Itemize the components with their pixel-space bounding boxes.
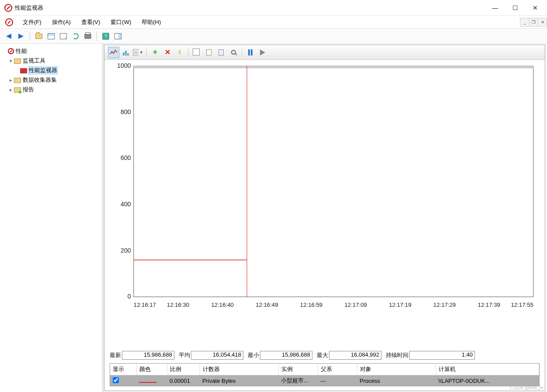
print-button[interactable] (83, 31, 93, 42)
legend-header-parent[interactable]: 父系 (318, 364, 357, 375)
legend-header-computer[interactable]: 计算机 (436, 364, 539, 375)
tree-label: 数据收集器集 (22, 76, 58, 84)
performance-chart: 0200400600800100012:16:1712:16:3012:16:4… (111, 63, 538, 310)
view-report-button[interactable]: ▼ (132, 47, 144, 58)
svg-text:12:16:40: 12:16:40 (211, 302, 233, 308)
action-pane-button[interactable] (113, 31, 123, 42)
tree-performance-monitor[interactable]: 性能监视器 (2, 66, 101, 75)
legend-header-counter[interactable]: 计数器 (200, 364, 278, 375)
legend-table: 显示 颜色 比例 计数器 实例 父系 对象 计算机 0.00001 (110, 364, 539, 386)
svg-text:12:16:49: 12:16:49 (256, 302, 278, 308)
close-button[interactable]: ✕ (525, 1, 545, 15)
freeze-button[interactable] (245, 47, 256, 58)
update-button[interactable] (257, 47, 268, 58)
legend-row[interactable]: 0.00001 Private Bytes 小型超市... --- Proces… (110, 375, 539, 386)
menu-bar: 文件(F) 操作(A) 查看(V) 窗口(W) 帮助(H) _ ❐ ✕ (0, 16, 547, 29)
menu-file[interactable]: 文件(F) (17, 17, 47, 28)
mdi-close-button[interactable]: ✕ (538, 18, 547, 26)
legend-header-object[interactable]: 对象 (357, 364, 436, 375)
separator (242, 48, 242, 57)
export-button[interactable] (58, 31, 69, 42)
tree-data-collector-sets[interactable]: ▸ 数据收集器集 (2, 75, 101, 85)
svg-text:0: 0 (128, 293, 131, 300)
pause-icon (248, 49, 253, 56)
stat-latest-label: 最新 (110, 351, 121, 359)
title-bar: 性能监视器 — ☐ ✕ (0, 0, 547, 16)
svg-text:12:17:55: 12:17:55 (511, 302, 533, 308)
expander-icon[interactable]: ▸ (8, 87, 14, 93)
pencil-icon: ✎ (176, 48, 183, 56)
mdi-minimize-button[interactable]: _ (520, 18, 529, 26)
legend-header-scale[interactable]: 比例 (167, 364, 200, 375)
legend-header-instance[interactable]: 实例 (278, 364, 318, 375)
tree-root-performance[interactable]: 性能 (2, 46, 101, 56)
play-icon (260, 49, 265, 56)
svg-text:12:17:09: 12:17:09 (344, 302, 367, 308)
folder-icon (14, 78, 21, 83)
svg-text:200: 200 (121, 247, 131, 254)
svg-rect-1 (125, 51, 127, 56)
menu-help[interactable]: 帮助(H) (136, 17, 166, 28)
monitor-icon (20, 68, 27, 73)
open-button[interactable] (34, 31, 44, 42)
maximize-button[interactable]: ☐ (505, 1, 525, 15)
refresh-button[interactable] (70, 31, 81, 42)
stat-avg-value: 16,054,418 (191, 351, 243, 360)
view-line-button[interactable] (108, 47, 119, 58)
legend-header-show[interactable]: 显示 (110, 364, 136, 375)
copy-button[interactable] (191, 47, 202, 58)
legend-cell-counter: Private Bytes (200, 375, 278, 386)
svg-rect-7 (134, 66, 533, 297)
back-button[interactable] (3, 31, 14, 42)
forward-button[interactable] (16, 31, 26, 42)
tree-label: 报告 (22, 85, 35, 94)
legend-header-row: 显示 颜色 比例 计数器 实例 父系 对象 计算机 (110, 364, 539, 375)
properties-button[interactable] (46, 31, 56, 42)
delete-counter-button[interactable]: ✕ (162, 47, 173, 58)
svg-text:12:17:19: 12:17:19 (389, 302, 411, 308)
print-icon (84, 34, 91, 39)
menu-action[interactable]: 操作(A) (47, 17, 76, 28)
copy-icon (194, 49, 200, 56)
report-icon (133, 49, 139, 56)
stat-max-value: 16,084,992 (329, 351, 381, 360)
content-area: 性能 ▾ 监视工具 性能监视器 ▸ 数据收集器集 ▸ 报告 (0, 44, 547, 392)
help-icon: ? (102, 33, 109, 40)
expander-icon[interactable]: ▾ (8, 58, 14, 64)
svg-text:12:16:59: 12:16:59 (300, 302, 322, 308)
minimize-button[interactable]: — (485, 1, 505, 15)
properties-chart-button[interactable] (215, 47, 227, 58)
separator (146, 48, 147, 57)
chart-toolbar: ▼ + ✕ ✎ (104, 45, 545, 60)
separator (30, 31, 30, 41)
legend-cell-color (136, 375, 167, 386)
stat-min-label: 最小 (248, 351, 259, 359)
menu-view[interactable]: 查看(V) (76, 17, 105, 28)
tree-reports[interactable]: ▸ 报告 (2, 85, 101, 94)
expander-icon[interactable]: ▸ (8, 77, 14, 83)
mdi-restore-button[interactable]: ❐ (529, 18, 538, 26)
highlight-button[interactable]: ✎ (174, 47, 185, 58)
stat-duration-label: 持续时间 (386, 351, 409, 359)
props-icon (218, 49, 224, 56)
app-icon (4, 4, 12, 12)
folder-icon (14, 59, 21, 64)
chart-area[interactable]: 0200400600800100012:16:1712:16:3012:16:4… (104, 60, 545, 347)
stats-row: 最新 15,986,688 平均 16,054,418 最小 15,986,68… (104, 347, 545, 361)
color-line-icon (139, 382, 156, 383)
view-histogram-button[interactable] (120, 47, 132, 58)
svg-text:12:17:39: 12:17:39 (478, 302, 500, 308)
legend-header-color[interactable]: 颜色 (136, 364, 167, 375)
line-chart-icon (110, 49, 118, 56)
zoom-button[interactable] (228, 47, 239, 58)
stat-max-label: 最大 (317, 351, 328, 359)
add-counter-button[interactable]: + (149, 47, 161, 58)
help-button[interactable]: ? (100, 31, 111, 42)
chart-panel: ▼ + ✕ ✎ 0200400600800100012:16:1712:16:3… (104, 45, 545, 391)
show-checkbox[interactable] (113, 377, 119, 383)
tree-monitoring-tools[interactable]: ▾ 监视工具 (2, 56, 101, 66)
paste-button[interactable] (203, 47, 215, 58)
menu-window[interactable]: 窗口(W) (105, 17, 136, 28)
tree-label: 性能 (15, 47, 28, 56)
plus-icon: + (153, 48, 158, 57)
